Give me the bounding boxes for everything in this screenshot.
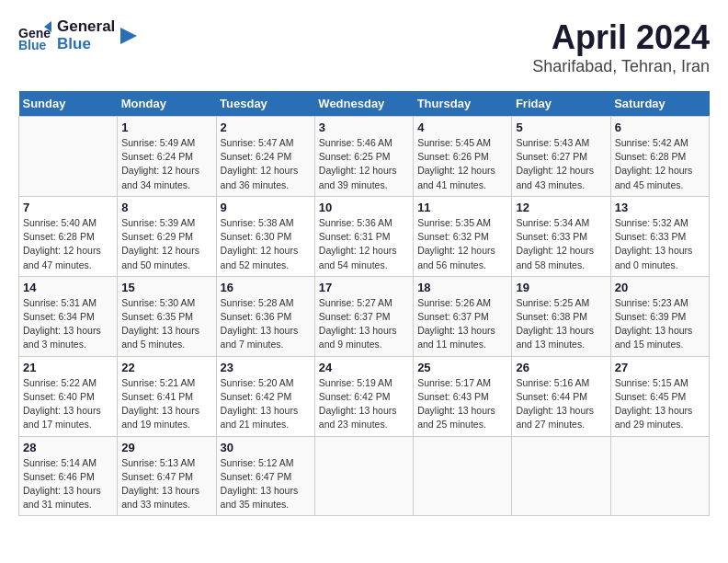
day-info: Sunrise: 5:39 AMSunset: 6:29 PMDaylight:… — [121, 216, 211, 272]
calendar-cell: 27Sunrise: 5:15 AMSunset: 6:45 PMDayligh… — [610, 356, 709, 436]
calendar-cell — [314, 436, 413, 516]
day-number: 14 — [23, 281, 113, 294]
calendar-cell: 14Sunrise: 5:31 AMSunset: 6:34 PMDayligh… — [19, 276, 118, 356]
calendar-cell: 4Sunrise: 5:45 AMSunset: 6:26 PMDaylight… — [414, 117, 512, 197]
day-number: 6 — [615, 121, 705, 134]
day-number: 5 — [516, 121, 606, 134]
day-info: Sunrise: 5:45 AMSunset: 6:26 PMDaylight:… — [417, 136, 507, 192]
calendar-cell: 19Sunrise: 5:25 AMSunset: 6:38 PMDayligh… — [512, 276, 610, 356]
week-row-1: 1Sunrise: 5:49 AMSunset: 6:24 PMDaylight… — [19, 117, 710, 197]
calendar-cell: 23Sunrise: 5:20 AMSunset: 6:42 PMDayligh… — [216, 356, 314, 436]
logo-blue-text: Blue — [57, 36, 115, 53]
day-number: 20 — [615, 281, 705, 294]
calendar-cell: 21Sunrise: 5:22 AMSunset: 6:40 PMDayligh… — [19, 356, 118, 436]
day-info: Sunrise: 5:25 AMSunset: 6:38 PMDaylight:… — [516, 296, 606, 352]
week-row-3: 14Sunrise: 5:31 AMSunset: 6:34 PMDayligh… — [19, 276, 710, 356]
calendar-cell: 20Sunrise: 5:23 AMSunset: 6:39 PMDayligh… — [610, 276, 709, 356]
calendar-title: April 2024 — [532, 18, 710, 57]
day-number: 10 — [319, 201, 409, 214]
day-info: Sunrise: 5:38 AMSunset: 6:30 PMDaylight:… — [221, 216, 311, 272]
day-number: 7 — [23, 201, 113, 214]
day-info: Sunrise: 5:17 AMSunset: 6:43 PMDaylight:… — [417, 376, 507, 432]
day-number: 17 — [319, 281, 409, 294]
day-info: Sunrise: 5:27 AMSunset: 6:37 PMDaylight:… — [319, 296, 409, 352]
calendar-cell: 7Sunrise: 5:40 AMSunset: 6:28 PMDaylight… — [19, 196, 118, 276]
day-number: 1 — [121, 121, 211, 134]
day-info: Sunrise: 5:32 AMSunset: 6:33 PMDaylight:… — [615, 216, 705, 272]
page-header: General Blue General Blue April 2024 Sha… — [18, 18, 710, 76]
calendar-cell: 2Sunrise: 5:47 AMSunset: 6:24 PMDaylight… — [216, 117, 314, 197]
day-info: Sunrise: 5:34 AMSunset: 6:33 PMDaylight:… — [516, 216, 606, 272]
header-cell-sunday: Sunday — [19, 91, 118, 117]
day-number: 24 — [319, 361, 409, 374]
header-cell-tuesday: Tuesday — [216, 91, 314, 117]
day-info: Sunrise: 5:15 AMSunset: 6:45 PMDaylight:… — [615, 376, 705, 432]
calendar-cell: 17Sunrise: 5:27 AMSunset: 6:37 PMDayligh… — [314, 276, 413, 356]
day-info: Sunrise: 5:19 AMSunset: 6:42 PMDaylight:… — [319, 376, 409, 432]
day-info: Sunrise: 5:43 AMSunset: 6:27 PMDaylight:… — [516, 136, 606, 192]
day-info: Sunrise: 5:47 AMSunset: 6:24 PMDaylight:… — [221, 136, 311, 192]
day-number: 25 — [417, 361, 507, 374]
calendar-cell: 5Sunrise: 5:43 AMSunset: 6:27 PMDaylight… — [512, 117, 610, 197]
calendar-cell — [610, 436, 709, 516]
day-info: Sunrise: 5:35 AMSunset: 6:32 PMDaylight:… — [417, 216, 507, 272]
week-row-4: 21Sunrise: 5:22 AMSunset: 6:40 PMDayligh… — [19, 356, 710, 436]
calendar-cell: 30Sunrise: 5:12 AMSunset: 6:47 PMDayligh… — [216, 436, 314, 516]
day-number: 19 — [516, 281, 606, 294]
day-number: 26 — [516, 361, 606, 374]
day-number: 16 — [221, 281, 311, 294]
day-number: 15 — [121, 281, 211, 294]
calendar-cell: 10Sunrise: 5:36 AMSunset: 6:31 PMDayligh… — [314, 196, 413, 276]
day-info: Sunrise: 5:49 AMSunset: 6:24 PMDaylight:… — [121, 136, 211, 192]
calendar-cell: 12Sunrise: 5:34 AMSunset: 6:33 PMDayligh… — [512, 196, 610, 276]
day-number: 12 — [516, 201, 606, 214]
day-number: 9 — [221, 201, 311, 214]
day-number: 4 — [417, 121, 507, 134]
calendar-cell: 15Sunrise: 5:30 AMSunset: 6:35 PMDayligh… — [118, 276, 216, 356]
day-info: Sunrise: 5:42 AMSunset: 6:28 PMDaylight:… — [615, 136, 705, 192]
header-cell-thursday: Thursday — [414, 91, 512, 117]
title-block: April 2024 Sharifabad, Tehran, Iran — [532, 18, 710, 76]
day-info: Sunrise: 5:22 AMSunset: 6:40 PMDaylight:… — [23, 376, 113, 432]
day-info: Sunrise: 5:16 AMSunset: 6:44 PMDaylight:… — [516, 376, 606, 432]
logo: General Blue General Blue — [18, 18, 137, 52]
calendar-cell: 8Sunrise: 5:39 AMSunset: 6:29 PMDaylight… — [118, 196, 216, 276]
calendar-cell — [414, 436, 512, 516]
calendar-cell: 18Sunrise: 5:26 AMSunset: 6:37 PMDayligh… — [414, 276, 512, 356]
day-info: Sunrise: 5:30 AMSunset: 6:35 PMDaylight:… — [121, 296, 211, 352]
header-cell-friday: Friday — [512, 91, 610, 117]
svg-text:Blue: Blue — [18, 38, 47, 52]
header-cell-saturday: Saturday — [610, 91, 709, 117]
day-number: 23 — [221, 361, 311, 374]
day-info: Sunrise: 5:21 AMSunset: 6:41 PMDaylight:… — [121, 376, 211, 432]
day-info: Sunrise: 5:28 AMSunset: 6:36 PMDaylight:… — [221, 296, 311, 352]
day-number: 11 — [417, 201, 507, 214]
calendar-cell — [512, 436, 610, 516]
day-info: Sunrise: 5:36 AMSunset: 6:31 PMDaylight:… — [319, 216, 409, 272]
logo-general-text: General — [57, 18, 115, 36]
day-info: Sunrise: 5:13 AMSunset: 6:47 PMDaylight:… — [121, 456, 211, 512]
day-number: 27 — [615, 361, 705, 374]
header-cell-wednesday: Wednesday — [314, 91, 413, 117]
day-number: 18 — [417, 281, 507, 294]
calendar-cell: 16Sunrise: 5:28 AMSunset: 6:36 PMDayligh… — [216, 276, 314, 356]
day-info: Sunrise: 5:26 AMSunset: 6:37 PMDaylight:… — [417, 296, 507, 352]
day-number: 30 — [221, 441, 311, 454]
calendar-cell: 29Sunrise: 5:13 AMSunset: 6:47 PMDayligh… — [118, 436, 216, 516]
calendar-subtitle: Sharifabad, Tehran, Iran — [532, 57, 710, 76]
day-info: Sunrise: 5:12 AMSunset: 6:47 PMDaylight:… — [221, 456, 311, 512]
calendar-cell: 13Sunrise: 5:32 AMSunset: 6:33 PMDayligh… — [610, 196, 709, 276]
day-number: 13 — [615, 201, 705, 214]
calendar-cell: 6Sunrise: 5:42 AMSunset: 6:28 PMDaylight… — [610, 117, 709, 197]
calendar-cell: 11Sunrise: 5:35 AMSunset: 6:32 PMDayligh… — [414, 196, 512, 276]
day-number: 29 — [121, 441, 211, 454]
logo-arrow-icon — [120, 28, 137, 44]
calendar-cell: 3Sunrise: 5:46 AMSunset: 6:25 PMDaylight… — [314, 117, 413, 197]
calendar-cell: 26Sunrise: 5:16 AMSunset: 6:44 PMDayligh… — [512, 356, 610, 436]
day-info: Sunrise: 5:31 AMSunset: 6:34 PMDaylight:… — [23, 296, 113, 352]
day-number: 2 — [221, 121, 311, 134]
day-info: Sunrise: 5:20 AMSunset: 6:42 PMDaylight:… — [221, 376, 311, 432]
svg-marker-3 — [120, 28, 137, 44]
day-info: Sunrise: 5:40 AMSunset: 6:28 PMDaylight:… — [23, 216, 113, 272]
calendar-cell: 1Sunrise: 5:49 AMSunset: 6:24 PMDaylight… — [118, 117, 216, 197]
